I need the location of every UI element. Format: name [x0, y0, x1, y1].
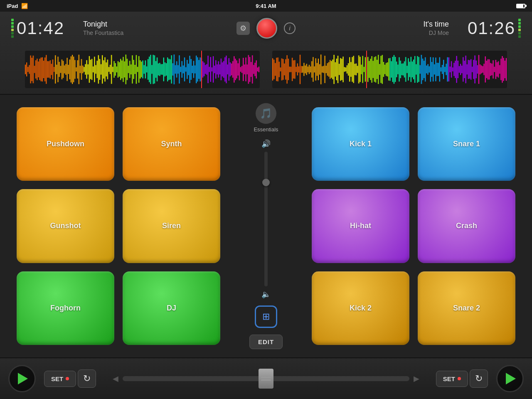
volume-slider: 🔊 🔈 [261, 139, 271, 299]
status-bar: iPad 📶 9:41 AM [0, 0, 532, 12]
left-set-group: SET ↻ [44, 369, 96, 388]
center-playback-controls: ⚙ i [236, 18, 296, 39]
crossfader-handle[interactable] [259, 369, 273, 389]
crossfader-left-arrow[interactable]: ◀ [113, 374, 118, 383]
handle-line [261, 377, 271, 378]
edit-button[interactable]: EDIT [249, 335, 283, 349]
pad-kick2[interactable]: Kick 2 [312, 271, 409, 345]
left-pad-row-2: Gunshot Siren [17, 189, 220, 263]
right-pad-section: Kick 1 Snare 1 Hi-hat Crash Kick 2 Snare… [295, 95, 532, 357]
vu-dot [518, 19, 521, 21]
pad-siren[interactable]: Siren [123, 189, 220, 263]
right-set-dot [458, 377, 461, 380]
pad-kick1[interactable]: Kick 1 [312, 107, 409, 181]
info-button[interactable]: i [284, 22, 296, 34]
left-track-title: Tonight [83, 20, 228, 29]
left-set-button[interactable]: SET [44, 371, 76, 387]
gear-button[interactable]: ⚙ [236, 22, 250, 35]
left-track-info: Tonight The Fourtastica [75, 20, 236, 36]
left-pad-row-3: Foghorn DJ [17, 271, 220, 345]
right-play-button[interactable] [496, 365, 524, 392]
left-play-button[interactable] [8, 365, 36, 392]
music-add-icon: 🎵 [256, 103, 276, 124]
transport-bar: SET ↻ ◀ ▶ SET ↻ [0, 357, 532, 399]
right-pad-row-3: Kick 2 Snare 2 [312, 271, 515, 345]
pad-dj[interactable]: DJ [123, 271, 220, 345]
left-vu-meter [8, 17, 17, 39]
left-player-time: 01:42 [17, 18, 75, 38]
volume-high-icon: 🔊 [261, 139, 271, 148]
volume-low-icon: 🔈 [261, 290, 271, 299]
right-play-icon [506, 373, 516, 384]
essentials-button[interactable]: 🎵 Essentials [254, 103, 278, 133]
device-label: iPad [7, 3, 18, 9]
handle-line [261, 379, 271, 381]
left-set-label: SET [51, 375, 63, 382]
main-content: Pushdown Synth Gunshot Siren Foghorn DJ … [0, 95, 532, 357]
wifi-icon: 📶 [21, 3, 28, 9]
right-track-info: It's time DJ Moe [296, 20, 457, 36]
pad-snare2[interactable]: Snare 2 [418, 271, 515, 345]
waveforms-section [0, 44, 532, 94]
right-pad-row-1: Kick 1 Snare 1 [312, 107, 515, 181]
left-track-artist: The Fourtastica [83, 30, 228, 36]
vu-dot [11, 19, 14, 21]
right-vu-meter [515, 17, 524, 39]
record-button[interactable] [256, 18, 277, 39]
vu-dot [518, 25, 521, 28]
volume-track[interactable] [264, 152, 268, 286]
left-pad-section: Pushdown Synth Gunshot Siren Foghorn DJ [0, 95, 237, 357]
vu-dot [518, 29, 521, 31]
pad-snare1[interactable]: Snare 1 [418, 107, 515, 181]
right-player-time: 01:26 [457, 18, 515, 38]
grid-button[interactable]: ⊞ [255, 305, 277, 328]
vu-dot [518, 32, 521, 34]
left-play-icon [18, 373, 28, 384]
vu-dot [11, 35, 14, 38]
pad-synth[interactable]: Synth [123, 107, 220, 181]
right-set-label: SET [443, 375, 455, 382]
crossfader-track[interactable] [123, 376, 409, 381]
left-waveform[interactable] [25, 51, 260, 88]
vu-dot [518, 35, 521, 38]
status-time: 9:41 AM [256, 3, 276, 9]
player-bar: 01:42 Tonight The Fourtastica ⚙ i It's t… [0, 12, 532, 95]
vu-dot [11, 22, 14, 25]
right-waveform[interactable] [272, 51, 507, 88]
right-track-artist: DJ Moe [304, 30, 449, 36]
right-track-title: It's time [304, 20, 449, 29]
center-column: 🎵 Essentials 🔊 🔈 ⊞ EDIT [237, 95, 295, 357]
vu-dot [518, 22, 521, 25]
pad-gunshot[interactable]: Gunshot [17, 189, 114, 263]
right-loop-button[interactable]: ↻ [470, 369, 488, 388]
vu-dot [11, 32, 14, 34]
essentials-label: Essentials [254, 126, 278, 133]
left-set-dot [66, 377, 69, 380]
volume-knob[interactable] [262, 179, 270, 186]
right-pad-row-2: Hi-hat Crash [312, 189, 515, 263]
left-loop-button[interactable]: ↻ [78, 369, 96, 388]
pad-crash[interactable]: Crash [418, 189, 515, 263]
pad-hihat[interactable]: Hi-hat [312, 189, 409, 263]
right-set-group: SET ↻ [436, 369, 488, 388]
vu-dot [11, 29, 14, 31]
pad-pushdown[interactable]: Pushdown [17, 107, 114, 181]
left-pad-row-1: Pushdown Synth [17, 107, 220, 181]
pad-foghorn[interactable]: Foghorn [17, 271, 114, 345]
battery-icon [516, 4, 525, 8]
right-set-button[interactable]: SET [436, 371, 468, 387]
crossfader: ◀ ▶ [104, 374, 428, 383]
vu-dot [11, 25, 14, 28]
crossfader-right-arrow[interactable]: ▶ [414, 374, 419, 383]
